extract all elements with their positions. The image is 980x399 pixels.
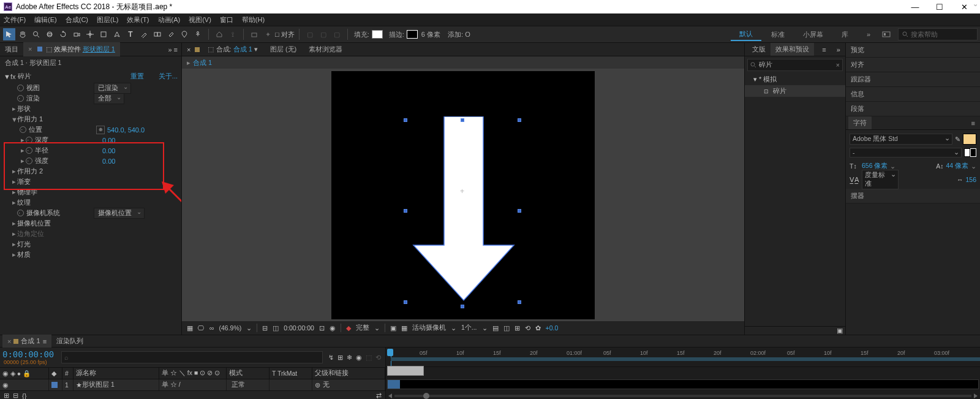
kerning[interactable]: 度量标准 [862,170,899,189]
tab-effect-controls[interactable]: × ⬚ 效果控件 形状图层 1 [23,42,120,56]
fill-label[interactable]: 填充: [354,30,369,39]
leading[interactable]: 44 像素 [946,162,968,170]
prop-strength[interactable]: ▸强度0.00 [0,156,181,166]
workspace-small[interactable]: 小屏幕 [794,29,832,40]
vf-icon-d[interactable]: ⟲ [525,324,530,332]
panel-wiggler[interactable]: 摆器 [846,189,980,203]
vf-icon-e[interactable]: ✿ [535,324,541,332]
prop-camera-system[interactable]: 摄像机系统摄像机位置 [0,208,181,218]
prop-corner-pin[interactable]: ▸边角定位 [0,229,181,239]
current-time[interactable]: 0:00:00:00 [2,349,58,359]
vf-color-mgmt[interactable]: ◆ [346,324,351,332]
tl-foot1[interactable]: ⊞ [4,392,9,399]
prop-render[interactable]: 渲染全部 [0,93,181,104]
fx-item-shatter[interactable]: ⊡碎片 [745,85,845,97]
camera-tool[interactable] [70,28,83,40]
tab-project[interactable]: 项目 [0,42,23,56]
vf-snapshot-icon[interactable]: ⊡ [319,324,325,332]
selection-tool[interactable] [3,28,15,40]
stroke-label[interactable]: 描边: [389,30,404,39]
timeline-tab-render[interactable]: 渲染队列 [51,335,88,348]
prop-material[interactable]: ▸材质 [0,249,181,260]
menu-window[interactable]: 窗口 [220,15,233,25]
shape-tool[interactable] [97,28,110,40]
menu-composition[interactable]: 合成(C) [66,15,88,25]
tab-media-browser[interactable]: 素材浏览器 [303,42,349,56]
prop-gradient[interactable]: ▸渐变 [0,177,181,187]
about-link[interactable]: 关于... [159,72,178,81]
col-num[interactable]: # [62,368,74,379]
prop-radius[interactable]: ▸半径0.00 [0,145,181,156]
brush-tool[interactable] [138,28,150,40]
timeline-track-area[interactable]: 05f 10f 15f 20f 01:00f 05f 10f 15f 20f 0… [386,348,980,399]
tl-foot2[interactable]: ⊟ [13,392,18,399]
eyedropper-icon[interactable]: ✎ [955,135,960,143]
playhead[interactable] [387,349,393,356]
char-menu[interactable]: ≡ [969,120,978,127]
reset-link[interactable]: 重置 [130,72,144,81]
fx-header[interactable]: ▼ fx 碎片 重置 关于... [0,70,181,83]
prop-shape[interactable]: ▸形状 [0,104,181,114]
tab-effects-presets[interactable]: 效果和预设 [771,43,814,56]
panel-menu-icon[interactable]: » ≡ [164,46,181,53]
panel-info[interactable]: 信息 [846,87,980,102]
add-menu[interactable]: 添加: O [448,30,470,39]
menu-help[interactable]: 帮助(H) [242,15,265,25]
zoom-tool[interactable] [30,28,42,40]
vf-icon-b[interactable]: ◫ [503,324,510,332]
prop-force1[interactable]: ▼作用力 1 [0,114,181,124]
tl-icon3[interactable]: ❄ [347,354,352,362]
resolution-menu[interactable]: 完整 [356,324,369,332]
tab-composition[interactable]: ⬚ 合成: 合成 1 ▾ [202,42,263,56]
col-mode[interactable]: 模式 [227,368,270,379]
orbit-tool[interactable] [43,28,56,40]
clear-search-icon[interactable]: × [836,61,840,69]
prop-depth[interactable]: ▸深度0.00 [0,135,181,145]
exposure[interactable]: +0.0 [546,324,559,332]
panel-preview[interactable]: 预览 [846,43,980,58]
timeline-layer-row[interactable]: ◉ 1 ★ 形状图层 1 单 ☆ / 正常 ⊚ 无 [0,379,385,390]
anchor-tool[interactable] [84,28,96,40]
toggle-switches[interactable]: ⇄ [376,392,382,399]
hand-tool[interactable] [17,28,29,40]
tab-character[interactable]: 字符 [848,116,872,129]
time-ruler[interactable]: 05f 10f 15f 20f 01:00f 05f 10f 15f 20f 0… [386,348,980,367]
home-icon[interactable] [213,28,225,40]
vf-display-icon[interactable]: 🖵 [198,324,205,332]
search-help[interactable]: 搜索帮助 [898,28,978,40]
workspace-default[interactable]: 默认 [731,28,761,41]
menu-view[interactable]: 视图(V) [189,15,211,25]
col-trkmat[interactable]: T TrkMat [270,368,312,379]
lock-icon[interactable]: × [187,46,190,53]
sync-icon[interactable] [880,28,892,40]
panel-paragraph[interactable]: 段落 [846,102,980,116]
layer-bar[interactable] [387,366,424,376]
vf-transparency[interactable]: ▦ [401,324,407,332]
vf-show-snapshot[interactable]: ◉ [330,324,336,332]
stroke-width[interactable]: 6 像素 [421,30,440,39]
composition-viewer[interactable] [182,69,744,321]
prop-physics[interactable]: ▸物理学 [0,187,181,197]
vf-grid-icon[interactable]: ▦ [187,324,193,332]
timeline-search[interactable]: ⌕ [61,351,323,363]
type-tool[interactable]: T [124,28,137,40]
effects-search[interactable]: 碎片 × [747,59,843,71]
vf-channel-icon[interactable]: ◫ [273,324,279,332]
timeline-zoom[interactable] [388,393,978,399]
panel-chevrons[interactable]: » [834,46,843,53]
workspace-standard[interactable]: 标准 [763,29,793,40]
workspace-more[interactable]: » [858,29,879,39]
minimize-button[interactable]: — [903,0,927,13]
col-av[interactable]: ◉ ◈ ● 🔒 [0,368,49,379]
pen-tool[interactable] [111,28,123,40]
stroke-toggle[interactable] [964,148,976,157]
tl-foot3[interactable]: {} [22,392,26,400]
mesh-icon[interactable]: ✦ [262,28,274,40]
menu-file[interactable]: 文件(F) [4,15,26,25]
fx-group-simulation[interactable]: ▾ * 模拟 [745,74,845,85]
blend-mode[interactable]: 正常 [229,381,255,389]
tab-layer-viewer[interactable]: 图层 (无) [264,42,303,56]
vf-roi-icon[interactable]: ▣ [390,324,396,332]
text-fill-swatch[interactable] [963,134,976,145]
menu-animation[interactable]: 动画(A) [158,15,181,25]
